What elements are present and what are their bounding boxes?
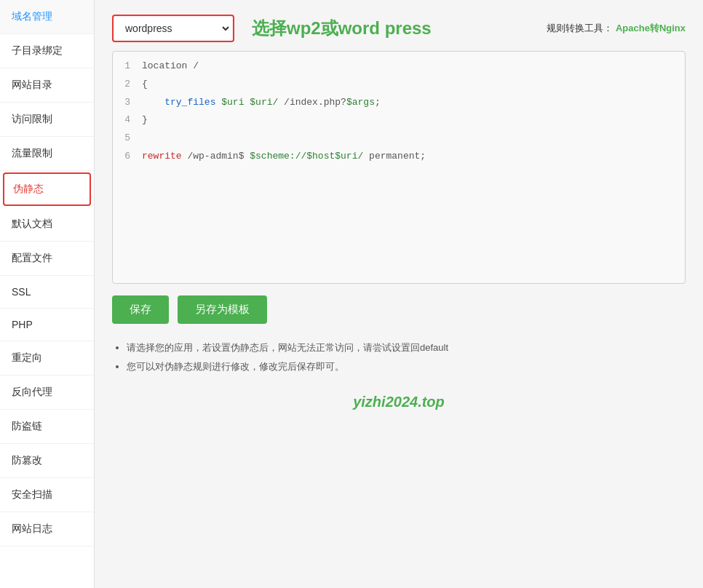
notes: 请选择您的应用，若设置伪静态后，网站无法正常访问，请尝试设置回default 您… — [112, 338, 686, 376]
rule-converter: 规则转换工具： Apache转Nginx — [547, 22, 686, 35]
rewrite-rule-select[interactable]: default wordpress wp2 typecho discuz thi… — [115, 17, 231, 39]
sidebar-item-subdir[interactable]: 子目录绑定 — [0, 34, 94, 68]
top-area: default wordpress wp2 typecho discuz thi… — [112, 15, 686, 42]
brand-footer: yizhi2024.top — [112, 394, 686, 410]
code-line-2: 2 { — [113, 76, 685, 94]
sidebar-item-security-scan[interactable]: 安全扫描 — [0, 478, 94, 512]
line-num-5: 5 — [113, 131, 142, 146]
code-line-1: 1 location / — [113, 57, 685, 76]
rule-converter-label: 规则转换工具： — [547, 23, 613, 33]
note-item-2: 您可以对伪静态规则进行修改，修改完后保存即可。 — [127, 357, 686, 376]
sidebar-item-tamper[interactable]: 防篡改 — [0, 444, 94, 478]
note-item-1: 请选择您的应用，若设置伪静态后，网站无法正常访问，请尝试设置回default — [127, 338, 686, 357]
line-content-6: rewrite /wp-admin$ $scheme://$host$uri/ … — [142, 149, 685, 164]
code-line-6: 6 rewrite /wp-admin$ $scheme://$host$uri… — [113, 148, 685, 166]
button-row: 保存 另存为模板 — [112, 295, 686, 324]
sidebar: 域名管理 子目录绑定 网站目录 访问限制 流量限制 伪静态 默认文档 配置文件 … — [0, 0, 95, 588]
sidebar-item-php[interactable]: PHP — [0, 309, 94, 341]
sidebar-item-config[interactable]: 配置文件 — [0, 242, 94, 276]
save-as-template-button[interactable]: 另存为模板 — [178, 295, 267, 324]
code-lines: 1 location / 2 { 3 try_files $uri $uri/ … — [113, 52, 685, 172]
line-num-2: 2 — [113, 77, 142, 92]
save-button[interactable]: 保存 — [112, 295, 169, 324]
code-editor[interactable]: 1 location / 2 { 3 try_files $uri $uri/ … — [112, 51, 686, 284]
line-content-2: { — [142, 77, 685, 92]
select-wrapper: default wordpress wp2 typecho discuz thi… — [112, 15, 234, 42]
line-content-4: } — [142, 113, 685, 128]
rule-converter-link[interactable]: Apache转Nginx — [616, 23, 686, 33]
hint-text: 选择wp2或word press — [252, 17, 432, 40]
line-num-4: 4 — [113, 113, 142, 128]
code-line-3: 3 try_files $uri $uri/ /index.php?$args; — [113, 94, 685, 112]
sidebar-item-hotlink[interactable]: 防盗链 — [0, 410, 94, 444]
sidebar-item-redirect[interactable]: 重定向 — [0, 341, 94, 376]
sidebar-item-traffic[interactable]: 流量限制 — [0, 137, 94, 171]
sidebar-item-ssl[interactable]: SSL — [0, 276, 94, 309]
main-content: default wordpress wp2 typecho discuz thi… — [95, 0, 703, 588]
sidebar-item-reverse-proxy[interactable]: 反向代理 — [0, 376, 94, 410]
sidebar-item-sitedir[interactable]: 网站目录 — [0, 68, 94, 103]
sidebar-item-rewrite[interactable]: 伪静态 — [3, 172, 91, 206]
code-line-4: 4 } — [113, 111, 685, 130]
sidebar-item-access[interactable]: 访问限制 — [0, 103, 94, 137]
code-line-5: 5 — [113, 130, 685, 148]
line-num-1: 1 — [113, 59, 142, 74]
sidebar-item-default-doc[interactable]: 默认文档 — [0, 207, 94, 242]
line-num-3: 3 — [113, 95, 142, 111]
line-content-1: location / — [142, 59, 685, 74]
line-content-3: try_files $uri $uri/ /index.php?$args; — [142, 95, 685, 111]
line-num-6: 6 — [113, 149, 142, 164]
sidebar-item-domain[interactable]: 域名管理 — [0, 0, 94, 34]
sidebar-item-site-log[interactable]: 网站日志 — [0, 512, 94, 547]
